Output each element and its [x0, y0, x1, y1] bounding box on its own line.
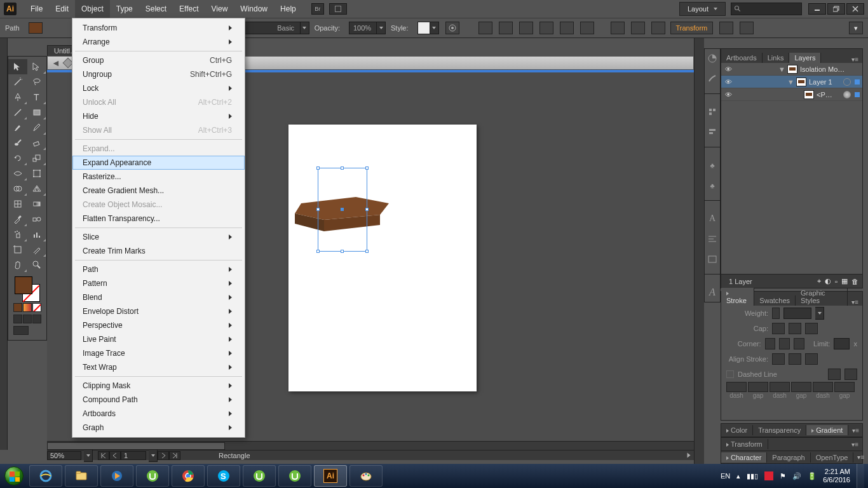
graphic-style-swatch[interactable] [417, 22, 430, 34]
language-indicator[interactable]: EN [721, 472, 730, 480]
transform-panel-menu[interactable]: ▾≡ [848, 441, 862, 448]
menu-item-envelope-distort[interactable]: Envelope Distort [72, 304, 245, 318]
weight-dropdown[interactable] [815, 307, 824, 320]
show-desktop-button[interactable] [857, 464, 864, 488]
last-artboard-button[interactable] [169, 451, 180, 460]
layers-tab[interactable]: Layers [789, 53, 821, 63]
menu-object[interactable]: Object [75, 0, 110, 18]
graphic-style-dropdown[interactable] [430, 22, 439, 34]
align-left-button[interactable] [478, 22, 492, 34]
paintbrush-tool[interactable] [8, 120, 27, 135]
gap-3-input[interactable] [834, 382, 855, 392]
menu-item-compound-path[interactable]: Compound Path [72, 393, 245, 407]
taskbar-app-ie[interactable] [29, 465, 62, 487]
paragraph-panel-icon[interactable] [707, 233, 718, 245]
recolor-artwork-button[interactable] [445, 22, 459, 34]
symbol-sprayer-tool[interactable] [8, 227, 27, 242]
gap-2-input[interactable] [791, 382, 811, 392]
taskbar-app-utorrent3[interactable] [278, 465, 311, 487]
scale-tool[interactable] [27, 151, 46, 166]
glyphs-panel-icon[interactable]: A [707, 287, 718, 298]
prev-artboard-button[interactable] [109, 451, 121, 460]
graphic-styles-tab[interactable]: Graphic Styles [796, 288, 848, 306]
tray-chevron-icon[interactable]: ▴ [736, 472, 740, 480]
symbols-panel-icon[interactable] [707, 106, 718, 118]
brushes-panel-icon[interactable] [707, 73, 718, 85]
selection-tool[interactable] [8, 59, 27, 74]
distribute-v-button[interactable] [631, 22, 645, 34]
taskbar-app-explorer[interactable] [65, 465, 98, 487]
cap-butt-button[interactable] [772, 323, 785, 334]
brush-dropdown[interactable] [301, 22, 309, 34]
expand-toggle[interactable]: ▼ [778, 65, 785, 73]
artboards-tab[interactable]: Artboards [721, 53, 763, 63]
lasso-tool[interactable] [27, 74, 46, 90]
exit-isolation-arrow-icon[interactable]: ◄ [51, 58, 60, 68]
status-flyout-icon[interactable] [688, 453, 691, 458]
taskbar-app-wmp[interactable] [100, 465, 133, 487]
cap-round-button[interactable] [789, 323, 801, 334]
distribute-h-button[interactable] [611, 22, 625, 34]
width-tool[interactable] [8, 166, 27, 181]
visibility-toggle[interactable]: 👁 [724, 65, 733, 73]
links-tab[interactable]: Links [763, 53, 790, 63]
brush-definition[interactable]: Basic [243, 22, 301, 34]
menu-item-expand-appearance[interactable]: Expand Appearance [72, 156, 245, 170]
align-to-button[interactable] [651, 22, 665, 34]
gradient-mode-button[interactable] [23, 303, 32, 312]
align-bottom-button[interactable] [580, 22, 594, 34]
search-input[interactable] [731, 3, 802, 15]
taskbar-app-paint[interactable] [349, 465, 383, 487]
mesh-tool[interactable] [8, 196, 27, 212]
free-transform-tool[interactable] [27, 166, 46, 181]
menu-item-lock[interactable]: Lock [72, 81, 245, 95]
menu-item-ungroup[interactable]: UngroupShift+Ctrl+G [72, 67, 245, 81]
eraser-tool[interactable] [27, 135, 46, 151]
menu-item-flatten-transparency[interactable]: Flatten Transparency... [72, 212, 245, 226]
menu-item-create-trim-marks[interactable]: Create Trim Marks [72, 244, 245, 258]
align-hcenter-button[interactable] [499, 22, 513, 34]
none-mode-button[interactable] [32, 303, 41, 312]
color-guide-panel-icon[interactable] [707, 53, 718, 64]
menu-item-slice[interactable]: Slice [72, 230, 245, 244]
network-icon[interactable]: ▮▮▯ [747, 472, 758, 480]
menu-item-perspective[interactable]: Perspective [72, 318, 245, 332]
select-similar-button[interactable] [740, 22, 754, 34]
align-stroke-outside-button[interactable] [805, 353, 818, 365]
paragraph-tab[interactable]: Paragraph [767, 452, 810, 463]
layer-name[interactable]: Isolation Mo… [800, 65, 844, 73]
character-panel-icon[interactable]: A [707, 213, 718, 224]
artboard-tool[interactable] [8, 242, 27, 257]
blob-brush-tool[interactable] [8, 135, 27, 151]
dash-3-input[interactable] [813, 382, 833, 392]
controlbar-menu[interactable]: ▾ [849, 22, 863, 34]
rectangle-tool[interactable] [27, 105, 46, 120]
appearance-panel-icon[interactable]: ♣ [707, 180, 718, 191]
expand-toggle[interactable]: ▼ [787, 78, 794, 86]
weight-input[interactable] [783, 308, 811, 319]
transparency-tab[interactable]: Transparency [753, 425, 806, 435]
hand-tool[interactable] [8, 257, 27, 273]
fill-swatch[interactable] [15, 276, 32, 294]
color-panel-menu[interactable]: ▾≡ [848, 427, 863, 434]
line-segment-tool[interactable] [8, 105, 27, 120]
zoom-tool[interactable] [27, 257, 46, 273]
opacity-input[interactable]: 100% [349, 22, 377, 34]
draw-inside-button[interactable] [32, 315, 41, 323]
miter-limit-input[interactable] [834, 338, 850, 349]
first-artboard-button[interactable] [98, 451, 109, 460]
swatches-tab[interactable]: Swatches [754, 295, 796, 306]
draw-behind-button[interactable] [23, 315, 32, 323]
align-top-button[interactable] [539, 22, 553, 34]
align-stroke-center-button[interactable] [772, 353, 785, 365]
color-tab[interactable]: Color [721, 425, 753, 435]
arrange-documents-button[interactable] [329, 3, 347, 15]
menu-effect[interactable]: Effect [173, 0, 205, 18]
delete-layer-button[interactable]: 🗑 [851, 278, 858, 285]
opentype-tab[interactable]: OpenType [811, 452, 854, 463]
dash-1-input[interactable] [726, 382, 747, 392]
zoom-dropdown[interactable] [84, 449, 93, 462]
opentype-panel-icon[interactable] [707, 254, 718, 265]
close-button[interactable] [846, 3, 864, 15]
new-sublayer-button[interactable]: ▫ [835, 278, 837, 285]
